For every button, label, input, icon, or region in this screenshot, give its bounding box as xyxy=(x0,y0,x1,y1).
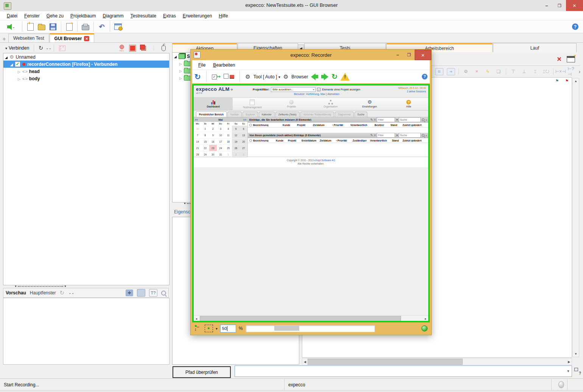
tool-gear-icon[interactable] xyxy=(245,73,250,80)
alm-tab-persoenlicher-bereich[interactable]: Persönlicher Bereich xyxy=(196,111,227,117)
todo-search-input[interactable] xyxy=(399,117,421,122)
expander-closed-icon[interactable] xyxy=(179,61,182,66)
alm-tab-diagramme[interactable]: Diagramme xyxy=(335,112,354,117)
calendar-day[interactable]: 2 xyxy=(209,126,217,132)
preview-tab-hauptfenster[interactable]: Hauptfenster xyxy=(30,290,56,296)
warning-icon[interactable] xyxy=(340,73,350,81)
path-combobox[interactable]: ▼ xyxy=(235,366,572,377)
webview-horizontal-scrollbar[interactable]: ◂ ▸ xyxy=(194,315,428,322)
calendar-day[interactable]: 8 xyxy=(201,132,209,138)
nav-einstellungen[interactable]: Einstellungen xyxy=(350,98,389,110)
preview-tab-vorschau[interactable]: Vorschau xyxy=(6,290,26,296)
without-project-checkbox[interactable] xyxy=(317,88,320,91)
calendar-day[interactable]: 16 xyxy=(209,138,217,145)
add-frame-icon[interactable]: ⊞ xyxy=(435,68,443,75)
column-header[interactable]: Bezeichnung xyxy=(253,124,283,126)
tab-gui-browser[interactable]: GUI Browser × xyxy=(50,33,95,42)
calendar-day[interactable]: 3 xyxy=(217,126,224,132)
zoom-input[interactable]: 50 xyxy=(220,325,236,333)
project-filter-select[interactable]: Bitte auswählen... ▾ xyxy=(271,87,316,92)
workspace-vertical-scrollbar[interactable]: ▲ ▼ xyxy=(572,78,579,357)
calendar-day[interactable]: 12 xyxy=(232,132,239,138)
menu-fenster[interactable]: Fenster xyxy=(21,12,43,20)
preview-options-chevron-icon[interactable]: ⌄⌄ xyxy=(68,291,74,295)
record-flag-toggle[interactable] xyxy=(224,74,234,80)
quick-action-icon[interactable]: ϟ xyxy=(484,68,491,75)
filter-dropdown-icon[interactable]: ▾ xyxy=(396,134,398,137)
calendar-day[interactable]: 19 xyxy=(232,138,239,145)
nav-dashboard[interactable]: Dashboard xyxy=(194,98,233,110)
tab-lauf[interactable]: Lauf xyxy=(493,43,577,52)
expander-closed-icon[interactable] xyxy=(179,75,182,81)
navigate-forward-button[interactable] xyxy=(321,73,328,80)
open-button[interactable] xyxy=(36,22,47,32)
menu-projektbaum[interactable]: Projektbaum xyxy=(67,12,99,20)
grid-view-button[interactable] xyxy=(56,43,68,53)
expander-open-icon[interactable] xyxy=(174,54,177,59)
disconnect-icon[interactable]: ⊢×⊣ xyxy=(557,68,564,75)
save-button[interactable] xyxy=(47,22,59,32)
calendar-day[interactable]: 9 xyxy=(209,132,217,138)
more-tools-chevron-icon[interactable]: › xyxy=(578,68,580,75)
reload-tree-button[interactable] xyxy=(36,43,45,53)
text-inspect-icon[interactable]: T? xyxy=(149,289,157,297)
gear-action-icon[interactable]: ⚙ xyxy=(462,68,470,75)
combo-dropdown-icon[interactable]: ▼ xyxy=(565,369,572,373)
column-header[interactable]: Zuständiger xyxy=(353,139,370,142)
menu-extras[interactable]: Extras xyxy=(160,12,179,20)
filter-dropdown-icon[interactable]: ▾ xyxy=(396,118,398,121)
new-window-star-icon[interactable] xyxy=(567,56,575,62)
calendar-day[interactable]: 6 xyxy=(240,126,247,132)
tab-close-icon[interactable]: × xyxy=(84,36,89,41)
calendar-day[interactable]: 24 xyxy=(217,145,224,151)
close-button[interactable] xyxy=(566,0,583,11)
calendar-day[interactable]: 28 xyxy=(194,151,201,158)
delete-action-icon[interactable]: × xyxy=(473,68,480,75)
zoom-dropdown-icon[interactable] xyxy=(216,326,218,331)
calendar-day[interactable]: 31 xyxy=(217,151,224,158)
calendar-day[interactable]: 25 xyxy=(224,145,232,151)
fit-window-icon[interactable] xyxy=(205,325,213,332)
recorder-menu-bearbeiten[interactable]: Bearbeiten xyxy=(210,61,238,69)
reported-search-input[interactable] xyxy=(399,133,421,138)
back-button[interactable]: ⌄ xyxy=(3,22,20,32)
copyright-company-link[interactable]: eXept Software AG xyxy=(314,159,335,162)
search-options-icon[interactable]: ▾ xyxy=(426,134,427,137)
browser-gear-icon[interactable] xyxy=(283,73,288,80)
alm-tab-suche[interactable]: Suche xyxy=(354,112,367,117)
recorded-webview[interactable]: expecco ALM ✈ v2.7.0 Projektfilter: Bitt… xyxy=(192,84,430,322)
scroll-thumb[interactable] xyxy=(200,316,401,322)
scroll-left-icon[interactable]: ◀ xyxy=(302,360,308,364)
fit-width-icon[interactable] xyxy=(194,325,202,332)
scroll-up-icon[interactable]: ▲ xyxy=(573,79,579,83)
alm-sessions-link[interactable]: 2 aktive Sessions xyxy=(381,90,426,93)
tree-item-unnamed[interactable]: Unnamed xyxy=(3,53,169,61)
browser-settings-button[interactable] xyxy=(112,22,124,32)
connect-dropdown-button[interactable]: Verbinden xyxy=(3,45,31,51)
search-icon[interactable] xyxy=(422,118,424,121)
calendar-prev-button[interactable]: << xyxy=(195,118,198,121)
check-path-button[interactable]: Pfad überprüfen xyxy=(173,366,231,378)
alm-tab-vorschau-testausfuehrung[interactable]: Vorschau Testausführung xyxy=(300,112,334,117)
search-icon[interactable] xyxy=(422,134,424,137)
calendar-day[interactable]: 18 xyxy=(224,138,232,145)
navigate-back-button[interactable] xyxy=(311,73,318,80)
todo-filter-input[interactable] xyxy=(377,117,395,122)
calendar-day[interactable]: 11 xyxy=(224,132,232,138)
column-header[interactable]: Zuletzt geändert xyxy=(403,139,425,142)
calendar-day[interactable]: 17 xyxy=(217,138,224,145)
add-tab-button[interactable]: + xyxy=(0,35,8,42)
stop-marker-icon[interactable]: ⚑ xyxy=(565,79,569,83)
menu-datei[interactable]: Datei xyxy=(4,12,20,20)
column-header[interactable]: Kunde xyxy=(283,124,297,126)
nav-hilfe[interactable]: ? Hilfe xyxy=(389,98,428,110)
column-header[interactable]: Zieldatum xyxy=(320,139,336,142)
expander-closed-icon[interactable] xyxy=(18,69,20,74)
clear-workspace-icon[interactable]: × xyxy=(557,55,561,64)
calendar-day[interactable]: 1 xyxy=(201,126,209,132)
left-horizontal-splitter[interactable]: ▼▼ xyxy=(3,285,180,288)
calendar-day[interactable]: 7 xyxy=(194,132,201,138)
connection-checkbox[interactable] xyxy=(15,61,20,67)
move-tool-icon[interactable]: ✛ xyxy=(126,289,133,296)
column-header[interactable]: Kunde xyxy=(276,139,288,142)
